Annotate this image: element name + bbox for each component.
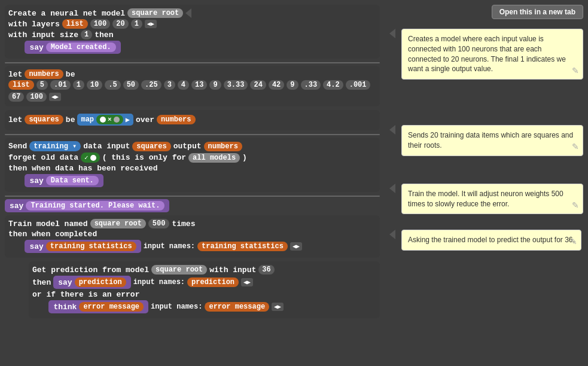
prediction-pill[interactable]: prediction xyxy=(75,277,126,287)
train-model-row: Train model named square root 500 times xyxy=(8,219,376,228)
output-label: output xyxy=(173,142,202,151)
error-message-pill[interactable]: error message xyxy=(79,302,144,312)
n33[interactable]: .33 xyxy=(301,80,321,90)
or-if-error-label: or if there is an error xyxy=(32,290,139,299)
toggle-map[interactable]: × xyxy=(96,115,123,124)
input-size-val[interactable]: 1 xyxy=(81,30,92,39)
list-pill[interactable]: list xyxy=(62,19,88,29)
list-nav[interactable]: ◀▶ xyxy=(49,93,61,101)
n4[interactable]: 4 xyxy=(178,80,189,90)
numbers-pill[interactable]: numbers xyxy=(25,69,63,79)
layer-20[interactable]: 20 xyxy=(112,19,128,29)
divider-1 xyxy=(5,62,380,63)
n01[interactable]: .01 xyxy=(50,80,71,90)
input-size-label: with input size xyxy=(8,30,78,39)
say-training-started[interactable]: say Training started. Please wait. xyxy=(5,199,169,212)
over-numbers[interactable]: numbers xyxy=(157,115,195,124)
n9[interactable]: 9 xyxy=(209,80,221,90)
n100[interactable]: 100 xyxy=(26,92,47,102)
train-label: Train model named xyxy=(8,219,88,228)
train-model-section: Train model named square root 500 times … xyxy=(5,215,380,258)
say-model-created-row: say Model created. xyxy=(8,41,376,54)
tooltip-arrow-1 xyxy=(389,29,395,38)
tooltip-arrow-3 xyxy=(389,184,395,193)
training-stats-nav[interactable]: ◀▶ xyxy=(290,242,302,251)
say-label-4: say xyxy=(29,242,43,251)
n24[interactable]: 24 xyxy=(250,80,266,90)
divider-2 xyxy=(5,134,380,135)
layer-nav[interactable]: ◀▶ xyxy=(145,20,157,28)
with-input-label: with input xyxy=(209,266,256,274)
send-data-row: Send training ▾ data input squares outpu… xyxy=(8,141,376,151)
tooltip-row-2: Sends 20 training data items which are s… xyxy=(389,125,583,156)
open-tab-button[interactable]: Open this in a new tab xyxy=(492,5,583,19)
training-stats-input[interactable]: training statistics xyxy=(197,242,288,251)
all-models-pill[interactable]: all models xyxy=(188,153,240,163)
times-val[interactable]: 500 xyxy=(148,219,170,228)
n42b[interactable]: 4.2 xyxy=(323,80,343,90)
think-error-row: think error message input names: error m… xyxy=(32,300,376,313)
say-data-sent[interactable]: say Data sent. xyxy=(25,174,103,187)
then-say-prediction-row: then say prediction input names: predict… xyxy=(32,276,376,289)
training-stats-pill[interactable]: training statistics xyxy=(46,242,136,251)
prediction-model-name[interactable]: square root xyxy=(151,265,207,274)
tooltip-send-data: Sends 20 training data items which are s… xyxy=(401,125,583,156)
then-when-row: then when data has been received xyxy=(8,164,376,173)
n3[interactable]: 3 xyxy=(164,80,175,90)
divider-3 xyxy=(5,196,380,197)
error-nav[interactable]: ◀▶ xyxy=(272,303,284,311)
layer-1[interactable]: 1 xyxy=(131,19,142,29)
say-label-5: say xyxy=(58,278,72,287)
tooltip-arrow-2 xyxy=(389,125,395,135)
error-input[interactable]: error message xyxy=(205,302,269,312)
input-names-label-3: input names: xyxy=(151,303,202,311)
tooltip-arrow-4 xyxy=(389,230,395,239)
training-dropdown[interactable]: training ▾ xyxy=(29,141,81,151)
numbers-output[interactable]: numbers xyxy=(204,142,242,151)
train-model-name[interactable]: square root xyxy=(90,219,146,228)
say-text: Model created. xyxy=(46,42,116,52)
with-layers-label: with layers xyxy=(8,20,60,29)
input-names-label: input names: xyxy=(144,242,195,251)
say-training-stats[interactable]: say training statistics xyxy=(25,240,141,253)
model-name-pill[interactable]: square root xyxy=(127,8,183,18)
send-label: Send xyxy=(8,142,27,151)
data-input-label: data input xyxy=(83,142,130,151)
over-label: over xyxy=(136,115,154,124)
training-started-row: say Training started. Please wait. xyxy=(5,199,380,212)
squares-input[interactable]: squares xyxy=(132,142,170,151)
n1[interactable]: 1 xyxy=(73,80,84,90)
n05[interactable]: .5 xyxy=(105,80,120,90)
n9b[interactable]: 9 xyxy=(287,80,298,90)
prediction-input[interactable]: prediction xyxy=(187,277,239,287)
n13[interactable]: 13 xyxy=(191,80,207,90)
say-label-2: say xyxy=(29,176,43,185)
say-label-3: say xyxy=(10,202,23,211)
say-prediction[interactable]: say prediction xyxy=(53,276,130,289)
n25[interactable]: .25 xyxy=(141,80,162,90)
get-prediction-row: Get prediction from model square root wi… xyxy=(32,265,376,274)
n10[interactable]: 10 xyxy=(87,80,102,90)
think-error[interactable]: think error message xyxy=(48,300,148,313)
be-label-2: be xyxy=(66,115,75,124)
create-model-arrow[interactable] xyxy=(185,8,191,18)
n5[interactable]: 5 xyxy=(36,80,48,90)
say-model-created[interactable]: say Model created. xyxy=(25,41,120,54)
then-completed-label: then when completed xyxy=(8,230,97,239)
map-block[interactable]: map × ▶ xyxy=(77,114,133,126)
input-36[interactable]: 36 xyxy=(258,265,274,274)
layer-100[interactable]: 100 xyxy=(90,19,111,29)
n001[interactable]: .001 xyxy=(346,80,370,90)
prediction-nav[interactable]: ◀▶ xyxy=(241,278,253,286)
list-label-2[interactable]: list xyxy=(8,80,34,90)
n333[interactable]: 3.33 xyxy=(224,80,248,90)
n67[interactable]: 67 xyxy=(8,92,24,102)
input-size-row: with input size 1 then xyxy=(8,30,376,39)
tooltip-row-1: Creates a model where each input value i… xyxy=(389,29,583,80)
squares-pill[interactable]: squares xyxy=(25,115,63,124)
create-label: Create a neural net model xyxy=(8,9,125,18)
forget-toggle[interactable]: ✓ xyxy=(81,152,100,163)
n50[interactable]: 50 xyxy=(123,80,139,90)
n42[interactable]: 42 xyxy=(269,80,284,90)
say-label: say xyxy=(29,43,43,52)
